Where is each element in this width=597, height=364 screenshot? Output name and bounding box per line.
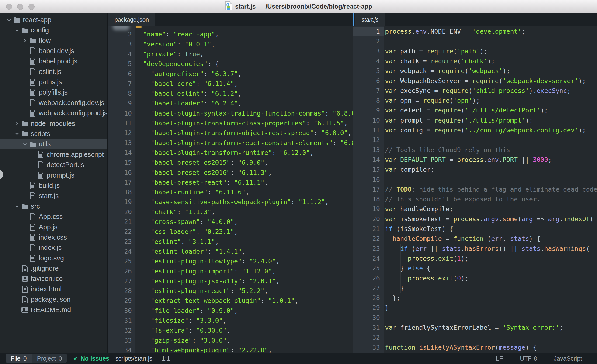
code-line-28[interactable]: 28 }; [353,293,597,303]
code-line-24[interactable]: 24 "eslint-loader": "1.4.1", [108,247,353,256]
code-line-22[interactable]: 22 handleCompile = function (err, stats)… [353,234,597,244]
tree-folder-utils[interactable]: utils [0,139,107,149]
chevron-down-icon[interactable] [6,17,13,22]
code-line-12[interactable]: 12 "babel-plugin-transform-object-rest-s… [108,128,353,138]
code-line-7[interactable]: 7var execSync = require('child_process')… [353,86,597,96]
tree-file--gitignore[interactable]: .gitignore [0,263,107,273]
tree-folder-config[interactable]: config [0,25,107,35]
tree-file-webpack-config-dev-js[interactable]: webpack.config.dev.js [0,97,107,108]
code-line-23[interactable]: 23 "eslint": "3.1.1", [108,237,353,247]
tree-file-logo-svg[interactable]: logo.svg [0,253,107,263]
tree-file-app-css[interactable]: App.css [0,211,107,222]
code-line-13[interactable]: 13// Tools like Cloud9 rely on this [353,145,597,155]
chevron-down-icon[interactable] [14,131,21,136]
chevron-down-icon[interactable] [14,28,21,33]
tree-folder-src[interactable]: src [0,201,107,211]
code-line-17[interactable]: 17 "babel-preset-react": "6.11.1", [108,178,353,187]
code-line-10[interactable]: 10 "babel-plugin-syntax-trailing-functio… [108,109,353,118]
code-line-21[interactable]: 21 "cross-spawn": "4.0.0", [108,217,353,227]
code-line-6[interactable]: 6var WebpackDevServer = require('webpack… [353,76,597,86]
code-line-33[interactable]: 33function isLikelyASyntaxError(message)… [353,342,597,352]
code-line-25[interactable]: 25 } else { [353,263,597,273]
code-line-11[interactable]: 11 "babel-plugin-transform-class-propert… [108,118,353,128]
code-line-4[interactable]: 4 "private": true, [108,49,353,59]
code-line-3[interactable]: 3 "version": "0.0.1", [108,40,353,49]
tree-view[interactable]: react-appconfigflowbabel.dev.jsbabel.pro… [0,13,107,353]
code-line-19[interactable]: 19var handleCompile; [353,204,597,214]
code-line-27[interactable]: 27 } [353,283,597,293]
code-line-6[interactable]: 6 "autoprefixer": "6.3.7", [108,69,353,79]
code-line-26[interactable]: 26 process.exit(0); [353,273,597,283]
code-line-13[interactable]: 13 "babel-plugin-transform-react-constan… [108,138,353,148]
code-line-4[interactable]: 4var chalk = require('chalk'); [353,56,597,66]
code-line-10[interactable]: 10var prompt = require('./utils/prompt')… [353,116,597,125]
tree-file-build-js[interactable]: build.js [0,180,107,191]
chevron-down-icon[interactable] [14,204,21,209]
code-line-15[interactable]: 15var compiler; [353,165,597,174]
tree-folder-node-modules[interactable]: node_modules [0,118,107,129]
code-line-8[interactable]: 8 "babel-eslint": "6.1.2", [108,89,353,98]
tree-file-index-html[interactable]: index.html [0,284,107,294]
code-line-22[interactable]: 22 "css-loader": "0.23.1", [108,227,353,237]
code-line-11[interactable]: 11var config = require('../config/webpac… [353,125,597,135]
code-line-5[interactable]: 5 "devDependencies": { [108,59,353,69]
code-line-3[interactable]: 3var path = require('path'); [353,47,597,56]
tree-file-index-css[interactable]: index.css [0,232,107,242]
code-line-7[interactable]: 7 "babel-core": "6.11.4", [108,79,353,89]
code-line-25[interactable]: 25 "eslint-plugin-flowtype": "2.4.0", [108,256,353,266]
tree-folder-react-app[interactable]: react-app [0,15,107,25]
code-line-5[interactable]: 5var webpack = require('webpack'); [353,66,597,76]
code-line-18[interactable]: 18// This shouldn't be exposed to the us… [353,194,597,204]
code-line-30[interactable]: 30 "file-loader": "0.9.0", [108,306,353,316]
tree-file-readme-md[interactable]: README.md [0,305,107,315]
tree-folder-scripts[interactable]: scripts [0,129,107,139]
code-line-9[interactable]: 9 "babel-loader": "6.2.4", [108,98,353,108]
grammar-selector[interactable]: JavaScript [554,355,582,362]
line-ending-selector[interactable]: LF [496,355,503,362]
code-line-23[interactable]: 23 if (err || stats.hasErrors() || stats… [353,244,597,254]
code-line-30[interactable]: 30 [353,313,597,323]
code-line-29[interactable]: 29} [353,303,597,313]
file-issues-button[interactable]: File 0 [6,354,32,363]
code-line-16[interactable]: 16 "babel-preset-es2016": "6.11.3", [108,168,353,178]
tree-file-paths-js[interactable]: paths.js [0,77,107,87]
tree-file-babel-prod-js[interactable]: babel.prod.js [0,56,107,66]
code-line-33[interactable]: 33 "gzip-size": "3.0.0", [108,336,353,345]
code-line-20[interactable]: 20var isSmokeTest = process.argv.some(ar… [353,214,597,224]
code-line-14[interactable]: 14 "babel-plugin-transform-runtime": "6.… [108,148,353,158]
tree-folder-flow[interactable]: flow [0,35,107,46]
code-line-1[interactable]: 1process.env.NODE_ENV = 'development'; [353,27,597,36]
tree-file-detectport-js[interactable]: detectPort.js [0,160,107,170]
code-line-34[interactable]: 34 "html-webpack-plugin": "2.22.0", [108,345,353,353]
tree-file-start-js[interactable]: start.js [0,191,107,201]
no-issues-indicator[interactable]: ✔ No Issues [73,355,109,362]
close-window-button[interactable] [6,4,12,10]
code-line-2[interactable]: 2 [353,36,597,46]
code-line-19[interactable]: 19 "case-sensitive-paths-webpack-plugin"… [108,197,353,207]
code-line-8[interactable]: 8var opn = require('opn'); [353,96,597,105]
code-line-18[interactable]: 18 "babel-runtime": "6.11.6", [108,187,353,197]
code-line-15[interactable]: 15 "babel-preset-es2015": "6.9.0", [108,158,353,167]
tree-file-eslint-js[interactable]: eslint.js [0,66,107,77]
code-line-2[interactable]: 2 "name": "react-app", [108,29,353,39]
encoding-selector[interactable]: UTF-8 [520,355,537,362]
tree-file-chrome-applescript[interactable]: chrome.applescript [0,149,107,160]
code-line-28[interactable]: 28 "eslint-plugin-react": "5.2.2", [108,286,353,296]
code-line-31[interactable]: 31var friendlySyntaxErrorLabel = 'Syntax… [353,323,597,332]
code-line-32[interactable]: 32 [353,332,597,342]
chevron-right-icon[interactable] [22,38,28,43]
editor-package-json[interactable]: 2 "name": "react-app",3 "version": "0.0.… [108,26,353,353]
code-line-16[interactable]: 16 [353,175,597,185]
current-file-path[interactable]: scripts/start.js [115,355,152,362]
tree-file-favicon-ico[interactable]: favicon.ico [0,274,107,284]
code-line-27[interactable]: 27 "eslint-plugin-jsx-a11y": "2.0.1", [108,276,353,286]
code-line-12[interactable]: 12 [353,135,597,145]
tree-file-app-js[interactable]: App.js [0,222,107,232]
code-line-29[interactable]: 29 "extract-text-webpack-plugin": "1.0.1… [108,296,353,306]
code-line-20[interactable]: 20 "chalk": "1.1.3", [108,207,353,217]
tree-file-index-js[interactable]: index.js [0,243,107,253]
code-line-17[interactable]: 17// TODO: hide this behind a flag and e… [353,185,597,194]
zoom-window-button[interactable] [28,4,34,10]
tree-file-babel-dev-js[interactable]: babel.dev.js [0,46,107,56]
tree-file-prompt-js[interactable]: prompt.js [0,170,107,180]
